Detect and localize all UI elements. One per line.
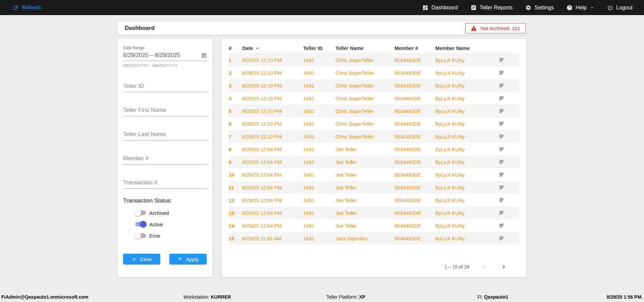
- row-teller-id: 1491: [303, 96, 335, 101]
- row-member-number: 5034463DE: [394, 185, 435, 190]
- row-actions: [492, 210, 520, 216]
- date-range-label: Date Range: [123, 46, 207, 50]
- row-date: 8/29/25 12:04 PM: [242, 197, 303, 203]
- row-member-name: ByLyJI KUNy: [435, 223, 492, 229]
- note-icon[interactable]: [498, 70, 504, 76]
- dashboard-icon: [422, 5, 428, 11]
- row-teller-id: 1491: [303, 185, 335, 190]
- teller-id-input[interactable]: [123, 81, 207, 92]
- table-row[interactable]: 5 8/29/25 12:10 PM 1491 Chris SuperTelle…: [229, 105, 520, 117]
- transaction-number-input[interactable]: [123, 178, 207, 189]
- row-member-number: 5034463DE: [394, 134, 435, 139]
- row-member-number: 5034463DE: [394, 146, 435, 152]
- note-icon[interactable]: [498, 210, 504, 216]
- row-member-number: 5034463DE: [394, 172, 435, 178]
- not-archived-badge[interactable]: Not Archived: 101: [465, 23, 526, 34]
- row-member-name: ByLyJI KUNy: [435, 185, 492, 190]
- nav-dashboard[interactable]: Dashboard: [422, 5, 458, 11]
- note-icon[interactable]: [498, 184, 504, 190]
- note-icon[interactable]: [498, 159, 504, 165]
- row-actions: [492, 172, 520, 178]
- table-row[interactable]: 4 8/29/25 12:10 PM 1491 Chris SuperTelle…: [229, 92, 520, 105]
- table-row[interactable]: 11 8/29/25 12:04 PM 1491 Joe Teller 5034…: [229, 181, 520, 194]
- refresh-icon: [12, 4, 19, 11]
- note-icon[interactable]: [498, 108, 504, 114]
- refresh-button[interactable]: Refresh: [12, 4, 41, 11]
- row-number: 3: [229, 83, 242, 88]
- table-row[interactable]: 12 8/29/25 12:04 PM 1491 Joe Teller 5034…: [229, 194, 520, 206]
- footer-fi: FI: Qaxpauto1: [477, 294, 508, 300]
- row-date: 8/29/25 11:55 AM: [242, 236, 303, 241]
- table-row[interactable]: 2 8/29/25 12:10 PM 1491 Chris SuperTelle…: [229, 66, 520, 79]
- apply-button[interactable]: Apply: [169, 254, 207, 264]
- note-icon[interactable]: [498, 223, 504, 229]
- note-icon[interactable]: [498, 57, 504, 63]
- top-navigation: Dashboard Teller Reports Settings Help L…: [422, 5, 633, 11]
- date-range-input[interactable]: 8/29/2025 – 8/29/2025: [123, 50, 207, 61]
- row-number: 13: [229, 210, 242, 216]
- note-icon[interactable]: [498, 235, 504, 241]
- row-teller-name: Chris SuperTeller: [335, 134, 394, 139]
- nav-teller-reports[interactable]: Teller Reports: [471, 5, 513, 11]
- row-number: 6: [229, 121, 242, 127]
- row-date: 8/29/25 12:10 PM: [242, 57, 303, 63]
- row-member-number: 5034463DE: [394, 96, 435, 101]
- row-teller-id: 1491: [303, 172, 335, 178]
- note-icon[interactable]: [498, 82, 504, 88]
- next-page-button[interactable]: [498, 261, 509, 273]
- note-icon[interactable]: [498, 121, 504, 127]
- calendar-icon[interactable]: [201, 53, 207, 58]
- row-actions: [492, 121, 520, 127]
- table-row[interactable]: 8 8/29/25 12:04 PM 1491 Joe Teller 50344…: [229, 143, 520, 156]
- previous-page-button[interactable]: [478, 261, 489, 273]
- row-member-name: ByLyJI KUNy: [435, 197, 492, 203]
- row-teller-name: Chris SuperTeller: [335, 57, 394, 63]
- note-icon[interactable]: [498, 172, 504, 178]
- nav-logout[interactable]: Logout: [607, 5, 633, 11]
- date-format-hint: MM/DD/YYYY - MM/DD/YYYY: [123, 63, 207, 68]
- table-row[interactable]: 14 8/29/25 12:04 PM 1491 Joe Teller 5034…: [229, 219, 520, 232]
- nav-help-label: Help: [576, 5, 587, 11]
- row-actions: [492, 184, 520, 190]
- note-icon[interactable]: [498, 146, 504, 152]
- member-number-input[interactable]: [123, 154, 207, 165]
- row-member-name: ByLyJI KUNy: [435, 57, 492, 63]
- teller-last-name-input[interactable]: [123, 130, 207, 140]
- note-icon[interactable]: [498, 95, 504, 101]
- table-row[interactable]: 9 8/29/25 12:04 PM 1491 Joe Teller 50344…: [229, 156, 520, 168]
- row-teller-name: Joe Teller: [335, 223, 394, 229]
- note-icon[interactable]: [498, 197, 504, 203]
- row-teller-id: 1491: [303, 159, 335, 165]
- clear-button[interactable]: Clear: [123, 254, 160, 264]
- teller-first-name-input[interactable]: [123, 106, 207, 116]
- page-title: Dashboard: [125, 25, 155, 32]
- row-number: 11: [229, 185, 242, 190]
- nav-settings-label: Settings: [534, 5, 554, 11]
- table-row[interactable]: 7 8/29/25 12:10 PM 1491 Chris SuperTelle…: [229, 130, 520, 143]
- table-row[interactable]: 13 8/29/25 12:04 PM 1491 Joe Teller 5034…: [229, 206, 520, 219]
- status-toggle-archived[interactable]: [135, 209, 147, 216]
- row-date: 8/29/25 12:04 PM: [242, 159, 303, 165]
- table-row[interactable]: 15 8/29/25 11:55 AM 1491 Jane Operator 5…: [229, 232, 520, 245]
- row-member-number: 5034463DE: [394, 210, 435, 216]
- nav-help[interactable]: Help: [567, 5, 594, 11]
- col-member-name: Member Name: [435, 45, 492, 51]
- table-row[interactable]: 6 8/29/25 12:10 PM 1491 Chris SuperTelle…: [229, 117, 520, 130]
- row-actions: [492, 197, 520, 203]
- row-actions: [492, 235, 520, 241]
- row-number: 9: [229, 159, 242, 165]
- status-toggle-active[interactable]: [135, 221, 147, 228]
- status-toggle-error[interactable]: [135, 232, 147, 239]
- table-row[interactable]: 10 8/29/25 12:04 PM 1491 Joe Teller 5034…: [229, 168, 520, 181]
- nav-teller-reports-label: Teller Reports: [480, 5, 513, 11]
- row-number: 8: [229, 146, 242, 152]
- table-row[interactable]: 1 8/29/25 12:10 PM 1491 Chris SuperTelle…: [229, 54, 520, 66]
- col-date[interactable]: Date: [242, 45, 303, 51]
- row-member-number: 5034463DE: [394, 159, 435, 165]
- table-row[interactable]: 3 8/29/25 12:10 PM 1491 Chris SuperTelle…: [229, 79, 520, 92]
- nav-settings[interactable]: Settings: [525, 5, 554, 11]
- row-actions: [492, 57, 520, 63]
- note-icon[interactable]: [498, 133, 504, 139]
- chevron-down-icon: [590, 5, 594, 10]
- row-teller-name: Joe Teller: [335, 146, 394, 152]
